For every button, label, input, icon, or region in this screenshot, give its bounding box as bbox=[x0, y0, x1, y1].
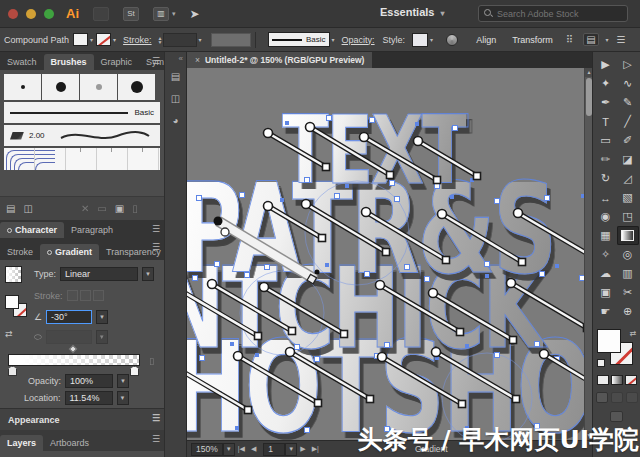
last-artboard-icon[interactable]: ▶| bbox=[312, 445, 319, 453]
symbol-sprayer-tool[interactable]: ☁ bbox=[595, 264, 617, 283]
curvature-tool[interactable]: ✎ bbox=[617, 93, 639, 112]
options-icon[interactable]: ▭ bbox=[97, 203, 106, 214]
opacity-label[interactable]: Opacity: bbox=[342, 35, 375, 45]
tab-swatches[interactable]: Swatch bbox=[0, 54, 44, 70]
mesh-tool[interactable]: ▦ bbox=[595, 226, 617, 245]
calligraphic-brush-swatch[interactable] bbox=[4, 74, 41, 100]
tab-character[interactable]: Character bbox=[0, 222, 64, 238]
brush-libraries-icon[interactable]: ▤ bbox=[6, 203, 15, 214]
bridge-icon[interactable] bbox=[93, 7, 109, 21]
close-window-button[interactable] bbox=[8, 9, 18, 19]
eraser-tool[interactable]: ◪ bbox=[617, 150, 639, 169]
magic-wand-tool[interactable]: ✦ bbox=[595, 74, 617, 93]
gradient-stroke-buttons[interactable] bbox=[67, 290, 104, 301]
eyedropper-tool[interactable]: ✧ bbox=[595, 245, 617, 264]
fill-swatch[interactable] bbox=[73, 33, 88, 46]
next-artboard-icon[interactable]: ▶ bbox=[300, 445, 305, 453]
first-artboard-icon[interactable]: |◀ bbox=[238, 445, 245, 453]
tab-artboards[interactable]: Artboards bbox=[43, 435, 96, 451]
gradient-slider[interactable]: ▯ bbox=[8, 346, 140, 372]
gradient-midpoint-handle[interactable] bbox=[69, 345, 77, 353]
stop-opacity-field[interactable]: 100% bbox=[65, 374, 113, 388]
chevron-down-icon[interactable]: ▼ bbox=[285, 443, 297, 456]
fill-indicator[interactable] bbox=[597, 329, 621, 353]
arrange-documents-icon[interactable]: ▥ bbox=[153, 7, 169, 21]
basic-brush-item[interactable]: Basic bbox=[4, 102, 160, 123]
appearance-panel-header[interactable]: Appearance ☰ bbox=[0, 408, 164, 430]
align-button[interactable]: Align bbox=[476, 35, 496, 45]
direct-selection-tool[interactable]: ▷ bbox=[617, 55, 639, 74]
libraries-icon[interactable]: ▤ bbox=[168, 71, 183, 85]
cc-libraries-icon[interactable]: ◫ bbox=[23, 203, 32, 214]
stroke-weight-label[interactable]: Stroke: bbox=[123, 35, 152, 45]
blend-tool[interactable]: ◎ bbox=[617, 245, 639, 264]
default-fill-stroke-icon[interactable] bbox=[597, 359, 605, 367]
panel-menu-icon[interactable]: ☰ bbox=[152, 413, 160, 423]
tab-stroke[interactable]: Stroke bbox=[0, 244, 40, 260]
paintbrush-tool[interactable]: ✐ bbox=[617, 131, 639, 150]
recolor-artwork-icon[interactable] bbox=[446, 34, 458, 46]
stock-search[interactable] bbox=[478, 5, 628, 22]
previous-artboard-icon[interactable]: ◀ bbox=[251, 445, 256, 453]
cc-libraries-icon[interactable]: ◫ bbox=[168, 93, 183, 107]
close-icon[interactable]: × bbox=[195, 55, 200, 65]
free-transform-tool[interactable]: ▧ bbox=[617, 188, 639, 207]
perspective-grid-tool[interactable]: ◳ bbox=[617, 207, 639, 226]
vertical-scrollbar[interactable]: ▲ ▼ bbox=[584, 68, 592, 440]
new-brush-icon[interactable]: ▣ bbox=[115, 203, 124, 214]
tab-graphic-styles[interactable]: Graphic bbox=[94, 54, 140, 70]
color-button[interactable] bbox=[597, 375, 609, 385]
swap-fill-stroke-icon[interactable]: ⇄ bbox=[630, 329, 637, 338]
draw-behind-button[interactable] bbox=[611, 392, 623, 403]
scroll-up-icon[interactable]: ▲ bbox=[585, 68, 592, 77]
calligraphic-brush-item[interactable]: 2.00 bbox=[4, 125, 160, 146]
tab-paragraph[interactable]: Paragraph bbox=[64, 222, 120, 238]
rotate-tool[interactable]: ↻ bbox=[595, 169, 617, 188]
fill-stroke-indicator[interactable]: ⇄ bbox=[597, 329, 637, 369]
adobe-stock-icon[interactable]: St bbox=[123, 7, 139, 21]
transform-button[interactable]: Transform bbox=[512, 35, 553, 45]
rectangle-tool[interactable]: ▭ bbox=[595, 131, 617, 150]
collapse-dock-icon[interactable]: « bbox=[165, 52, 186, 63]
graphic-style-swatch[interactable] bbox=[412, 33, 428, 47]
brush-definition-dropdown[interactable]: Basic bbox=[268, 32, 330, 47]
calligraphic-brush-swatch[interactable] bbox=[80, 74, 117, 100]
hand-tool[interactable]: ☛ bbox=[595, 302, 617, 321]
chevron-down-icon[interactable]: ▼ bbox=[223, 443, 235, 456]
pen-tool[interactable]: ✒ bbox=[595, 93, 617, 112]
zoom-tool[interactable]: ⊕ bbox=[617, 302, 639, 321]
type-tool[interactable]: T bbox=[595, 112, 617, 131]
calligraphic-brush-swatch[interactable] bbox=[42, 74, 79, 100]
chevron-down-icon[interactable]: ▼ bbox=[117, 374, 129, 388]
shaper-tool[interactable]: ✏ bbox=[595, 150, 617, 169]
gradient-thumbnail[interactable] bbox=[5, 266, 22, 283]
gradient-angle-field[interactable]: -30° bbox=[46, 310, 92, 324]
share-icon[interactable]: ➤ bbox=[190, 7, 200, 21]
panel-menu-icon[interactable]: ☰ bbox=[152, 434, 160, 444]
panel-menu-icon[interactable]: ☰ bbox=[152, 56, 160, 66]
calligraphic-brush-swatch[interactable] bbox=[118, 74, 155, 100]
remove-brush-icon[interactable]: ✕ bbox=[81, 203, 89, 214]
panel-dock-icon[interactable]: ▤ bbox=[583, 33, 598, 46]
color-themes-icon[interactable]: ◕ bbox=[168, 115, 183, 129]
variable-width-profile-dropdown[interactable] bbox=[211, 33, 251, 47]
chevron-down-icon[interactable]: ▼ bbox=[117, 391, 129, 405]
draw-inside-button[interactable] bbox=[626, 392, 638, 403]
shape-builder-tool[interactable]: ◉ bbox=[595, 207, 617, 226]
control-panel-menu-icon[interactable]: ☰ bbox=[617, 34, 626, 45]
canvas[interactable]: HOTSHONTCHICKPATR&STEXT ▲ ▼ bbox=[187, 68, 592, 440]
fill-stroke-chips[interactable] bbox=[5, 295, 31, 321]
gradient-type-dropdown[interactable]: Linear bbox=[60, 267, 138, 281]
document-tab[interactable]: × Untitled-2* @ 150% (RGB/GPU Preview) bbox=[187, 52, 372, 68]
zoom-level-dropdown[interactable]: 150% bbox=[191, 443, 223, 456]
gradient-button[interactable] bbox=[611, 375, 623, 385]
gradient-stop-right[interactable] bbox=[130, 366, 139, 376]
stop-location-field[interactable]: 11.54% bbox=[65, 391, 113, 405]
panel-menu-icon[interactable]: ☰ bbox=[152, 224, 160, 234]
fill-chip[interactable] bbox=[5, 295, 19, 309]
stroke-weight-dropdown[interactable] bbox=[163, 33, 197, 47]
draw-normal-button[interactable] bbox=[596, 392, 608, 403]
slice-tool[interactable]: ✂ bbox=[617, 283, 639, 302]
gradient-tool[interactable] bbox=[617, 226, 639, 245]
tab-brushes[interactable]: Brushes bbox=[44, 54, 94, 70]
